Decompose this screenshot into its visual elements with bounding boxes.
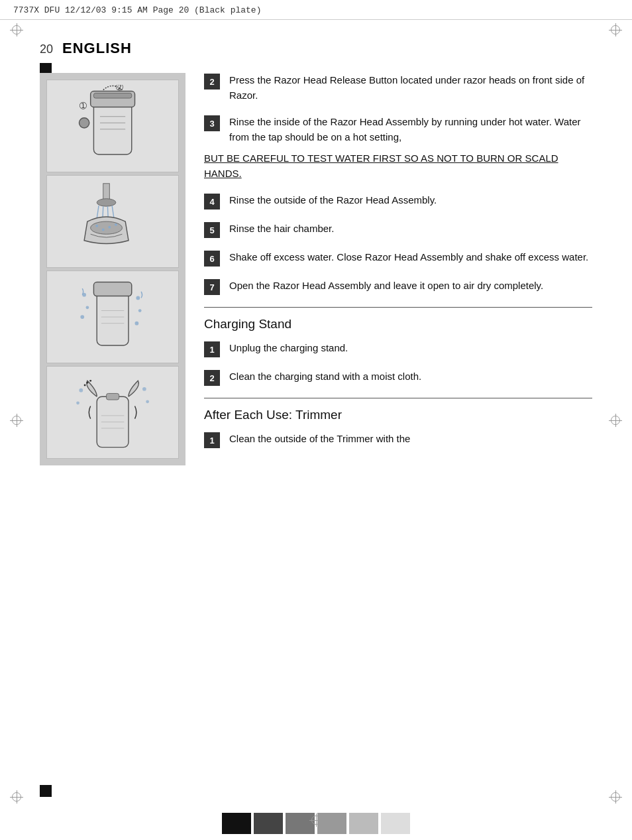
step-5-text: Rinse the hair chamber. (229, 221, 334, 237)
svg-point-42 (89, 380, 91, 382)
svg-rect-2 (93, 93, 131, 98)
cs-step-1-badge: 1 (204, 341, 220, 357)
svg-point-41 (86, 382, 88, 384)
main-layout: ➀ ➁ (40, 73, 592, 465)
step-3-item: 3 Rinse the inside of the Razor Head Ass… (204, 115, 592, 145)
svg-point-3 (79, 118, 89, 128)
file-info: 7737X DFU 12/12/03 9:15 AM Page 20 (Blac… (13, 5, 261, 15)
step-4-item: 4 Rinse the outside of the Razor Head As… (204, 193, 592, 210)
color-block-5 (349, 813, 378, 834)
section-divider-charging (204, 307, 592, 308)
reg-mark-side-right (609, 414, 622, 427)
razor-image-1: ➀ ➁ (46, 80, 179, 172)
step-4-text: Rinse the outside of the Razor Head Asse… (229, 193, 437, 208)
cs-step-1-item: 1 Unplug the charging stand. (204, 341, 592, 357)
svg-point-36 (146, 400, 149, 403)
page-content: 20 ENGLISH ➀ (40, 40, 592, 787)
step-5-badge: 5 (204, 222, 220, 238)
step-2-text: Press the Razor Head Release Button loca… (229, 73, 592, 103)
svg-point-23 (85, 306, 89, 309)
svg-rect-21 (93, 282, 131, 296)
trimmer-heading: After Each Use: Trimmer (204, 408, 592, 422)
svg-line-14 (112, 206, 114, 218)
svg-point-27 (134, 322, 138, 326)
color-block-6 (381, 813, 410, 834)
svg-point-10 (97, 199, 116, 206)
reg-mark-bottom-center (309, 813, 323, 827)
svg-text:➀: ➀ (79, 101, 87, 111)
reg-mark-bottom-right (609, 790, 622, 804)
svg-point-40 (84, 384, 86, 386)
charging-stand-heading: Charging Stand (204, 317, 592, 331)
svg-point-24 (80, 315, 84, 319)
step-3-badge: 3 (204, 115, 220, 131)
svg-point-15 (91, 221, 123, 234)
step-7-item: 7 Open the Razor Head Assembly and leave… (204, 278, 592, 295)
cs-step-1-text: Unplug the charging stand. (229, 341, 348, 356)
step-3-text: Rinse the inside of the Razor Head Assem… (229, 115, 592, 145)
header-bar: 7737X DFU 12/12/03 9:15 AM Page 20 (Blac… (0, 5, 632, 20)
svg-rect-32 (106, 393, 119, 400)
step-4-badge: 4 (204, 194, 220, 210)
svg-text:➁: ➁ (116, 85, 123, 92)
step-5-item: 5 Rinse the hair chamber. (204, 221, 592, 238)
reg-mark-top-right (609, 23, 622, 36)
page-header: 20 ENGLISH (40, 40, 592, 57)
svg-point-18 (108, 226, 111, 229)
cs-step-2-item: 2 Clean the charging stand with a moist … (204, 369, 592, 386)
content-column: 2 Press the Razor Head Release Button lo… (185, 73, 592, 465)
razor-image-4 (46, 366, 179, 459)
step-7-text: Open the Razor Head Assembly and leave i… (229, 278, 543, 294)
razor-image-3 (46, 270, 179, 363)
trimmer-step-1-item: 1 Clean the outside of the Trimmer with … (204, 432, 592, 448)
reg-mark-side-left (10, 414, 23, 427)
step-2-badge: 2 (204, 74, 220, 90)
step-7-badge: 7 (204, 279, 220, 295)
step-2-item: 2 Press the Razor Head Release Button lo… (204, 73, 592, 103)
page-number: 20 (40, 42, 53, 56)
page-title: ENGLISH (62, 40, 132, 57)
svg-point-16 (95, 225, 98, 227)
step-6-badge: 6 (204, 251, 220, 267)
reg-mark-bottom-left (10, 790, 23, 804)
svg-point-34 (142, 387, 146, 391)
svg-point-33 (79, 389, 83, 392)
cs-step-2-badge: 2 (204, 370, 220, 386)
svg-point-25 (136, 296, 140, 300)
step-6-text: Shake off excess water. Close Razor Head… (229, 250, 588, 265)
svg-point-26 (138, 309, 142, 312)
color-block-1 (222, 813, 251, 834)
svg-point-19 (115, 223, 117, 226)
images-column: ➀ ➁ (40, 73, 185, 465)
color-block-2 (254, 813, 283, 834)
svg-point-35 (76, 401, 79, 404)
razor-image-2 (46, 175, 179, 268)
cs-step-2-text: Clean the charging stand with a moist cl… (229, 369, 421, 385)
step-6-item: 6 Shake off excess water. Close Razor He… (204, 250, 592, 267)
trimmer-step-1-text: Clean the outside of the Trimmer with th… (229, 432, 410, 447)
warning-text: BUT BE CAREFUL TO TEST WATER FIRST SO AS… (204, 151, 592, 181)
section-divider-trimmer (204, 398, 592, 398)
svg-line-11 (97, 206, 99, 218)
svg-point-17 (102, 229, 105, 231)
trimmer-step-1-badge: 1 (204, 432, 220, 448)
reg-mark-top-left (10, 23, 23, 36)
